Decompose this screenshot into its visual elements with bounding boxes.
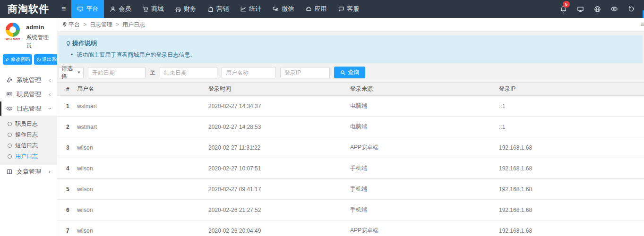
sidebar-item-sms-log[interactable]: 短信日志 bbox=[0, 140, 57, 151]
chart-icon bbox=[240, 6, 247, 12]
cell-index: 3 bbox=[57, 137, 77, 158]
breadcrumb-separator: > bbox=[116, 21, 119, 28]
username-input[interactable] bbox=[222, 67, 276, 78]
search-icon bbox=[340, 70, 346, 76]
col-login-ip: 登录IP bbox=[499, 83, 644, 96]
breadcrumb-bar: 平台>日志管理>用户日志 bbox=[57, 18, 644, 32]
nav-item-wechat[interactable]: 微信 bbox=[267, 0, 300, 18]
idcard-icon bbox=[6, 91, 13, 98]
nav-item-member[interactable]: 会员 bbox=[104, 0, 137, 18]
col-login-source: 登录来源 bbox=[350, 83, 499, 96]
sidebar-item-article[interactable]: 文章管理 bbox=[0, 165, 57, 179]
table-row[interactable]: 5 wilson 2020-02-27 09:41:17 手机端 192.168… bbox=[57, 179, 644, 200]
cell-index: 1 bbox=[57, 96, 77, 117]
refresh-button[interactable] bbox=[625, 3, 637, 15]
submenu-item-label: 职员日志 bbox=[15, 120, 38, 128]
notifications-button[interactable]: 5 bbox=[557, 3, 569, 15]
table-row[interactable]: 6 wilson 2020-02-26 21:27:52 手机端 192.168… bbox=[57, 200, 644, 220]
end-date-input[interactable] bbox=[160, 67, 217, 78]
book-icon bbox=[6, 169, 13, 175]
eye-icon bbox=[610, 5, 618, 13]
cell-username: wilson bbox=[77, 200, 208, 220]
cell-login-ip: 192.168.1.68 bbox=[499, 137, 644, 158]
table-row[interactable]: 2 wstmart 2020-02-27 14:28:53 电脑端 ::1 bbox=[57, 117, 644, 137]
nav-item-mall[interactable]: 商城 bbox=[137, 0, 169, 18]
cell-login-source: 手机端 bbox=[350, 200, 499, 220]
col-index: # bbox=[57, 83, 77, 96]
monitor-button[interactable] bbox=[574, 3, 586, 15]
submenu-item-label: 操作日志 bbox=[15, 131, 38, 139]
login-ip-input[interactable] bbox=[280, 67, 330, 78]
chevron-left-icon bbox=[48, 78, 52, 83]
cell-login-time: 2020-02-26 20:04:49 bbox=[208, 220, 350, 236]
cell-index: 4 bbox=[57, 158, 77, 179]
navbar-right-tools: 5 bbox=[557, 0, 644, 18]
nav-item-label: 统计 bbox=[249, 5, 261, 13]
main-nav: 平台会员商城财务营销统计微信应用客服 bbox=[71, 0, 365, 18]
circle-icon bbox=[8, 154, 12, 159]
globe-button[interactable] bbox=[591, 3, 603, 15]
type-select[interactable]: 请选择 ▼ bbox=[59, 67, 84, 78]
cell-username: wilson bbox=[77, 179, 208, 200]
nav-item-label: 财务 bbox=[184, 5, 196, 13]
table-row[interactable]: 3 wilson 2020-02-27 11:31:22 APP安卓端 192.… bbox=[57, 137, 644, 158]
caret-down-icon: ▼ bbox=[77, 70, 81, 75]
table-row[interactable]: 7 wilson 2020-02-26 20:04:49 APP安卓端 192.… bbox=[57, 220, 644, 236]
monitor-icon bbox=[77, 6, 84, 12]
cell-login-source: 电脑端 bbox=[350, 96, 499, 117]
hamburger-icon[interactable]: ≡ bbox=[56, 0, 71, 18]
eye-icon bbox=[6, 105, 13, 112]
nav-item-service[interactable]: 客服 bbox=[332, 0, 365, 18]
breadcrumb-item[interactable]: 用户日志 bbox=[122, 21, 145, 29]
search-button[interactable]: 查询 bbox=[334, 67, 365, 78]
sidebar-item-system[interactable]: 系统管理 bbox=[0, 73, 57, 87]
sidebar-item-label: 系统管理 bbox=[17, 76, 41, 84]
cell-login-source: 电脑端 bbox=[350, 117, 499, 137]
table-header-row: # 用户名 登录时间 登录来源 登录IP bbox=[57, 83, 644, 96]
sidebar-item-logs[interactable]: 日志管理 bbox=[0, 101, 57, 116]
sidebar-item-staff[interactable]: 职员管理 bbox=[0, 87, 57, 101]
nav-item-marketing[interactable]: 营销 bbox=[202, 0, 234, 18]
main-content: 平台>日志管理>用户日志 操作说明 该功能主要用于查看商城用户的登录日志信息。 … bbox=[57, 18, 644, 236]
list-icon bbox=[640, 22, 644, 26]
wechat-icon bbox=[273, 6, 279, 12]
sidebar-item-staff-log[interactable]: 职员日志 bbox=[0, 118, 57, 129]
submenu-item-label: 短信日志 bbox=[15, 142, 38, 150]
nav-item-label: 平台 bbox=[86, 5, 98, 13]
cell-index: 6 bbox=[57, 200, 77, 220]
info-title: 操作说明 bbox=[72, 39, 97, 48]
monitor-icon bbox=[577, 6, 584, 13]
refresh-icon bbox=[628, 6, 635, 12]
nav-item-label: 客服 bbox=[347, 5, 359, 13]
map-pin-icon bbox=[62, 22, 68, 27]
chevron-down-icon bbox=[48, 107, 52, 111]
cell-username: wilson bbox=[77, 158, 208, 179]
nav-item-label: 商城 bbox=[151, 5, 163, 13]
change-password-button[interactable]: 修改密码 bbox=[3, 54, 32, 65]
start-date-input[interactable] bbox=[88, 67, 146, 78]
nav-item-label: 应用 bbox=[314, 5, 326, 13]
nav-item-label: 营销 bbox=[216, 5, 229, 13]
circle-icon bbox=[8, 133, 12, 137]
table-row[interactable]: 1 wstmart 2020-02-27 14:34:37 电脑端 ::1 bbox=[57, 96, 644, 117]
breadcrumb-separator: > bbox=[83, 21, 86, 28]
cell-login-time: 2020-02-26 21:27:52 bbox=[208, 200, 350, 220]
nav-item-finance[interactable]: 财务 bbox=[169, 0, 202, 18]
cell-login-time: 2020-02-27 10:07:51 bbox=[208, 158, 350, 179]
sidebar-item-user-log[interactable]: 用户日志 bbox=[0, 151, 57, 162]
username: admin bbox=[26, 24, 54, 31]
type-select-value: 请选择 bbox=[61, 65, 77, 81]
breadcrumb-item[interactable]: 平台 bbox=[69, 21, 80, 29]
sidebar-item-operation-log[interactable]: 操作日志 bbox=[0, 129, 57, 140]
nav-item-statistics[interactable]: 统计 bbox=[234, 0, 267, 18]
nav-item-apps[interactable]: 应用 bbox=[300, 0, 332, 18]
power-icon bbox=[36, 57, 41, 62]
cell-login-source: 手机端 bbox=[350, 158, 499, 179]
cell-login-ip: 192.168.1.68 bbox=[499, 179, 644, 200]
nav-item-platform[interactable]: 平台 bbox=[71, 0, 104, 18]
breadcrumb-item[interactable]: 日志管理 bbox=[90, 21, 112, 29]
preview-button[interactable] bbox=[608, 3, 620, 15]
table-row[interactable]: 4 wilson 2020-02-27 10:07:51 手机端 192.168… bbox=[57, 158, 644, 179]
cell-index: 5 bbox=[57, 179, 77, 200]
logo-text: WSTMart bbox=[3, 37, 22, 41]
